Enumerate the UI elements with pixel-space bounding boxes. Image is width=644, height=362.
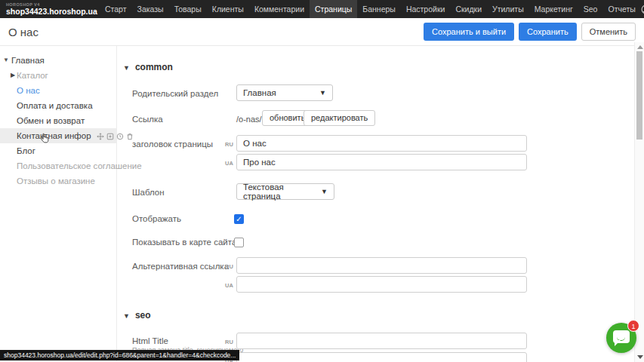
- chat-icon: [613, 330, 630, 343]
- scroll-up-icon[interactable]: [637, 45, 643, 49]
- nav-clients[interactable]: Клиенты: [207, 0, 249, 18]
- chat-unread-badge: 1: [627, 320, 639, 332]
- sidebar-item-user-agreement[interactable]: Пользовательское соглашение: [0, 158, 116, 173]
- nav-seo[interactable]: Seo: [578, 0, 603, 18]
- link-path-value: /o-nas/: [236, 115, 262, 124]
- move-icon[interactable]: [97, 133, 104, 140]
- logo[interactable]: HOROSHOP V4 shop34423.horoshop.ua: [0, 3, 97, 16]
- nav-discounts[interactable]: Скидки: [450, 0, 487, 18]
- page-header: О нас Сохранить и выйти Сохранить Отмени…: [0, 18, 644, 46]
- alt-link-ru-input[interactable]: [236, 257, 527, 274]
- nav-marketing[interactable]: Маркетинг: [529, 0, 578, 18]
- sitemap-label: Показывать в карте сайта: [132, 238, 236, 247]
- save-and-exit-button[interactable]: Сохранить и выйти: [424, 23, 514, 41]
- save-button[interactable]: Сохранить: [519, 23, 577, 41]
- html-title-ua-input[interactable]: [236, 352, 527, 362]
- html-title-label: Html Title: [132, 336, 168, 345]
- add-page-icon[interactable]: [106, 133, 114, 140]
- page-title-ru-input[interactable]: [236, 135, 527, 152]
- link-label: Ссылка: [132, 115, 163, 124]
- sidebar-item-exchange-return[interactable]: Обмен и возврат: [0, 113, 116, 128]
- section-common[interactable]: ▼common: [123, 62, 173, 72]
- ua-tag: UA: [225, 160, 233, 167]
- nav-banners[interactable]: Баннеры: [357, 0, 401, 18]
- logo-domain: shop34423.horoshop.ua: [6, 8, 97, 16]
- nav-products[interactable]: Товары: [169, 0, 207, 18]
- topbar: HOROSHOP V4 shop34423.horoshop.ua Старт …: [0, 0, 644, 18]
- cancel-button[interactable]: Отменить: [581, 23, 636, 41]
- browser-status-bar: shop34423.horoshop.ua/edit/edit.php?id=6…: [0, 350, 239, 360]
- scroll-down-icon[interactable]: [637, 355, 643, 359]
- pages-tree-sidebar: ▼ Главная ▶ Каталог О нас Оплата и доста…: [0, 46, 117, 362]
- main-nav: Старт Заказы Товары Клиенты Комментарии …: [100, 0, 641, 18]
- alt-link-label: Альтернативная ссылка: [132, 262, 229, 271]
- display-checkbox[interactable]: ✓: [234, 214, 244, 224]
- sidebar-item-catalog[interactable]: ▶ Каталог: [0, 68, 116, 83]
- sidebar-item-store-reviews[interactable]: Отзывы о магазине: [0, 173, 116, 189]
- page-title-ua-input[interactable]: [236, 154, 527, 170]
- mouse-cursor: [39, 133, 51, 145]
- parent-section-select[interactable]: Главная ▼: [236, 84, 333, 101]
- chevron-right-icon[interactable]: ▶: [11, 68, 15, 83]
- chevron-down-icon[interactable]: ▼: [3, 53, 9, 68]
- chevron-down-icon: ▼: [321, 188, 328, 195]
- chevron-down-icon: ▼: [123, 64, 130, 72]
- nav-settings[interactable]: Настройки: [401, 0, 451, 18]
- link-edit-button[interactable]: редактировать: [304, 110, 375, 126]
- nav-reports[interactable]: Отчеты: [602, 0, 640, 18]
- sitemap-checkbox[interactable]: [234, 238, 244, 247]
- alt-link-ua-input[interactable]: [236, 276, 527, 293]
- nav-start[interactable]: Старт: [100, 0, 132, 18]
- sidebar-item-about[interactable]: О нас: [0, 83, 116, 98]
- sidebar-item-blog[interactable]: Блог: [0, 143, 116, 158]
- nav-pages[interactable]: Страницы: [310, 0, 357, 18]
- display-label: Отображать: [132, 214, 181, 223]
- ua-tag: UA: [225, 282, 233, 289]
- sidebar-item-payment-delivery[interactable]: Оплата и доставка: [0, 98, 116, 113]
- chevron-down-icon: ▼: [319, 89, 326, 97]
- nav-utilities[interactable]: Утилиты: [487, 0, 529, 18]
- section-seo[interactable]: ▼seo: [123, 310, 151, 321]
- nav-orders[interactable]: Заказы: [132, 0, 169, 18]
- ru-tag: RU: [225, 263, 233, 270]
- ru-tag: RU: [225, 141, 233, 148]
- parent-section-label: Родительский раздел: [132, 89, 218, 98]
- template-select[interactable]: Текстовая страница ▼: [236, 183, 334, 200]
- scrollbar[interactable]: [634, 42, 644, 362]
- scrollbar-thumb[interactable]: [636, 51, 642, 140]
- template-label: Шаблон: [132, 188, 165, 197]
- page: HOROSHOP V4 shop34423.horoshop.ua Старт …: [0, 0, 644, 362]
- profile-icon[interactable]: [641, 5, 644, 14]
- sidebar-item-home[interactable]: ▼ Главная: [0, 53, 116, 68]
- chat-widget-button[interactable]: 1: [606, 323, 636, 353]
- html-title-ru-input[interactable]: [236, 333, 527, 349]
- page-title-label: заголовок страницы: [132, 140, 213, 149]
- ru-tag: RU: [225, 339, 233, 345]
- sidebar-item-contact-info[interactable]: Контактная инфор: [0, 128, 116, 143]
- chevron-down-icon: ▼: [123, 312, 130, 320]
- nav-comments[interactable]: Комментарии: [249, 0, 310, 18]
- settings-icon[interactable]: [116, 133, 124, 140]
- page-title: О нас: [0, 26, 39, 38]
